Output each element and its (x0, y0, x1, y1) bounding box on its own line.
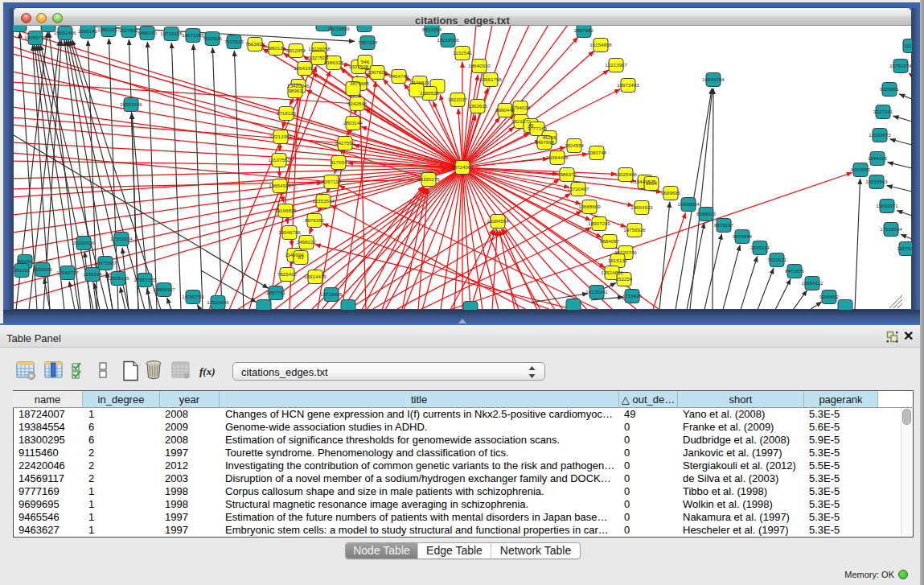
svg-text:2367608: 2367608 (368, 69, 388, 75)
svg-text:15720407: 15720407 (567, 186, 589, 192)
svg-text:7632621: 7632621 (767, 257, 787, 262)
svg-text:1080748: 1080748 (587, 150, 607, 155)
svg-text:10975887: 10975887 (94, 260, 117, 266)
svg-text:9329961: 9329961 (880, 86, 900, 92)
svg-text:16782759: 16782759 (182, 294, 204, 299)
svg-text:8813054: 8813054 (422, 27, 442, 32)
svg-text:1132541: 1132541 (453, 50, 472, 56)
svg-text:8912954: 8912954 (286, 47, 306, 53)
svg-text:19218506: 19218506 (437, 37, 459, 43)
svg-text:9227341: 9227341 (873, 109, 893, 114)
svg-text:9777169: 9777169 (528, 126, 548, 131)
svg-text:10961758: 10961758 (479, 76, 502, 82)
svg-text:12213967: 12213967 (605, 62, 627, 68)
svg-text:18907249: 18907249 (588, 220, 610, 226)
svg-text:3498222: 3498222 (297, 239, 317, 245)
svg-text:9684067: 9684067 (600, 238, 620, 244)
svg-text:1145194: 1145194 (83, 271, 102, 277)
svg-text:9864: 9864 (646, 180, 657, 186)
svg-text:9857791: 9857791 (266, 290, 286, 295)
svg-text:20364486: 20364486 (546, 154, 569, 160)
svg-text:26053346: 26053346 (120, 101, 142, 107)
svg-text:19756928: 19756928 (623, 227, 646, 233)
svg-text:3875685: 3875685 (350, 80, 370, 86)
svg-text:6794028: 6794028 (511, 105, 531, 110)
svg-text:1156829: 1156829 (33, 266, 52, 272)
svg-text:546: 546 (361, 59, 370, 64)
svg-text:18724007: 18724007 (451, 164, 474, 170)
svg-text:13226058: 13226058 (308, 46, 331, 51)
svg-text:16033809: 16033809 (327, 26, 350, 31)
svg-text:19654923: 19654923 (630, 204, 653, 210)
svg-text:16409954: 16409954 (677, 201, 700, 207)
svg-text:10107552: 10107552 (268, 157, 290, 163)
svg-text:1244415: 1244415 (868, 155, 888, 161)
svg-text:20691406: 20691406 (54, 30, 76, 35)
svg-text:1615132: 1615132 (608, 257, 628, 263)
svg-text:9699695: 9699695 (661, 190, 681, 196)
svg-text:7663822: 7663822 (245, 41, 265, 47)
svg-text:98961: 98961 (288, 88, 302, 93)
svg-text:3267110: 3267110 (322, 179, 341, 184)
svg-text:12505135: 12505135 (107, 275, 129, 281)
svg-text:8427552: 8427552 (335, 140, 355, 146)
svg-text:9245652: 9245652 (819, 294, 840, 299)
svg-text:8186328: 8186328 (324, 60, 344, 65)
svg-text:2086140: 2086140 (78, 28, 98, 34)
svg-text:9327508: 9327508 (349, 64, 369, 69)
svg-text:11123: 11123 (904, 43, 912, 48)
svg-text:12213383: 12213383 (269, 134, 292, 139)
svg-text:7515526: 7515526 (224, 39, 244, 44)
svg-text:16120746: 16120746 (614, 249, 637, 255)
svg-text:10654112: 10654112 (801, 280, 823, 286)
svg-text:3824554: 3824554 (565, 142, 585, 148)
svg-text:10671355: 10671355 (182, 32, 204, 38)
svg-text:16644784: 16644784 (702, 76, 725, 82)
svg-text:10958107: 10958107 (153, 286, 175, 292)
svg-text:10046786: 10046786 (278, 229, 301, 235)
svg-text:19654923: 19654923 (269, 183, 291, 188)
svg-text:8454749: 8454749 (389, 73, 409, 79)
svg-text:19384554: 19384554 (487, 218, 509, 224)
svg-text:917004: 917004 (331, 159, 347, 165)
svg-text:10719155: 10719155 (160, 31, 183, 36)
svg-text:10973493: 10973493 (617, 82, 639, 88)
svg-text:985061: 985061 (17, 258, 34, 264)
svg-text:17016504: 17016504 (880, 226, 902, 232)
svg-text:2687682: 2687682 (574, 27, 594, 33)
svg-text:8678352: 8678352 (305, 217, 325, 223)
svg-text:3960124: 3960124 (266, 45, 286, 51)
svg-text:83: 83 (298, 254, 304, 260)
svg-text:10543362: 10543362 (294, 65, 316, 71)
svg-text:15716485: 15716485 (320, 291, 343, 297)
svg-text:12923445: 12923445 (207, 299, 229, 305)
svg-text:16914479: 16914479 (304, 274, 326, 279)
svg-text:15751074: 15751074 (889, 63, 912, 68)
svg-text:1527602: 1527602 (119, 27, 139, 33)
svg-text:16210643: 16210643 (865, 179, 888, 184)
svg-text:16154808: 16154808 (589, 42, 612, 47)
svg-text:10853257: 10853257 (97, 27, 120, 32)
svg-text:1362615: 1362615 (468, 103, 488, 109)
svg-text:7986372: 7986372 (557, 171, 577, 177)
svg-text:12093873: 12093873 (869, 132, 891, 138)
svg-text:17353924: 17353924 (110, 236, 133, 241)
svg-text:7625402: 7625402 (277, 271, 298, 277)
svg-text:6879197: 6879197 (714, 222, 734, 228)
svg-text:2803144: 2803144 (343, 120, 363, 126)
svg-text:9146821: 9146821 (410, 80, 430, 85)
svg-text:14055715: 14055715 (24, 35, 47, 40)
svg-text:f(x): f(x) (199, 365, 216, 377)
svg-text:8215955: 8215955 (851, 167, 871, 172)
svg-text:7515526: 7515526 (203, 35, 223, 41)
svg-text:18640910: 18640910 (468, 63, 491, 68)
svg-text:391191: 391191 (14, 267, 31, 273)
svg-text:252254: 252254 (616, 276, 633, 282)
svg-text:1733426: 1733426 (622, 293, 643, 299)
svg-text:13524851: 13524851 (601, 270, 623, 275)
svg-text:15300275: 15300275 (417, 176, 440, 182)
svg-text:2718126: 2718126 (277, 110, 297, 116)
svg-text:12942737: 12942737 (56, 270, 79, 275)
svg-text:15692971: 15692971 (876, 203, 898, 208)
svg-text:6466160: 6466160 (138, 30, 158, 35)
